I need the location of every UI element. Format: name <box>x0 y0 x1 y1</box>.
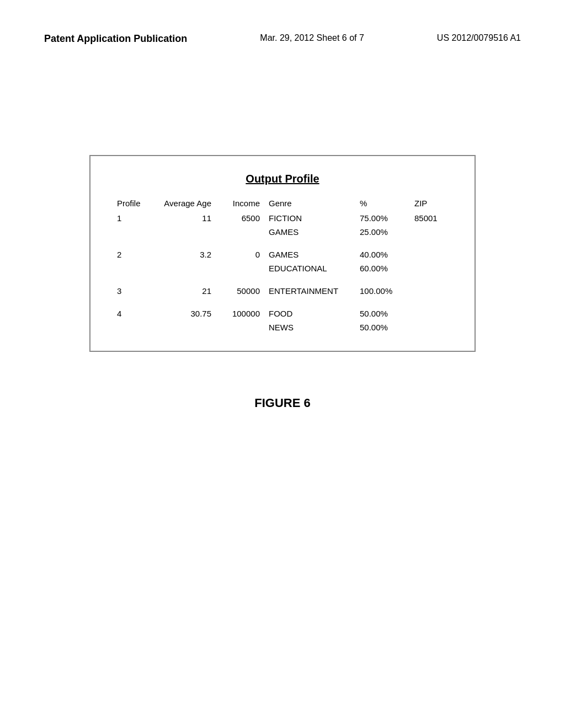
cell-pct: 60.00% <box>355 261 410 275</box>
cell-avg-age: 11 <box>155 211 216 239</box>
cell-pct: 75.00% <box>355 211 410 225</box>
col-header-genre: Genre <box>264 196 355 211</box>
cell-pct: 100.00% <box>355 284 410 298</box>
page-header: Patent Application Publication Mar. 29, … <box>44 33 521 45</box>
cell-avg-age: 21 <box>155 284 216 298</box>
output-profile-table: Output Profile Profile Average Age Incom… <box>89 155 476 352</box>
cell-zip <box>410 248 452 275</box>
table-spacer-row <box>113 275 452 284</box>
cell-profile: 1 <box>113 211 155 239</box>
table-row: 32150000ENTERTAINMENT100.00% <box>113 284 452 298</box>
cell-pct: 25.00% <box>355 225 410 239</box>
table-spacer-row <box>113 239 452 248</box>
table-header-row: Profile Average Age Income Genre % ZIP <box>113 196 452 211</box>
sheet-info: Mar. 29, 2012 Sheet 6 of 7 <box>260 33 364 43</box>
col-header-pct: % <box>355 196 410 211</box>
patent-number: US 2012/0079516 A1 <box>437 33 521 43</box>
col-header-income: Income <box>216 196 264 211</box>
table-row: 23.20GAMES40.00% <box>113 248 452 261</box>
col-header-profile: Profile <box>113 196 155 211</box>
cell-income: 6500 <box>216 211 264 239</box>
cell-avg-age: 3.2 <box>155 248 216 275</box>
cell-genre: EDUCATIONAL <box>264 261 355 275</box>
cell-profile: 2 <box>113 248 155 275</box>
cell-zip <box>410 284 452 298</box>
cell-genre: ENTERTAINMENT <box>264 284 355 298</box>
table-title: Output Profile <box>113 173 452 185</box>
cell-genre: FOOD <box>264 307 355 320</box>
cell-pct: 40.00% <box>355 248 410 261</box>
col-header-zip: ZIP <box>410 196 452 211</box>
main-content: Output Profile Profile Average Age Incom… <box>44 155 521 410</box>
table-row: 1116500FICTION75.00%85001 <box>113 211 452 225</box>
cell-zip <box>410 307 452 334</box>
cell-profile: 3 <box>113 284 155 298</box>
table-spacer-row <box>113 298 452 307</box>
cell-income: 100000 <box>216 307 264 334</box>
figure-caption: FIGURE 6 <box>254 396 310 410</box>
cell-income: 50000 <box>216 284 264 298</box>
cell-pct: 50.00% <box>355 307 410 320</box>
cell-profile: 4 <box>113 307 155 334</box>
profile-data-table: Profile Average Age Income Genre % ZIP 1… <box>113 196 452 334</box>
col-header-avg-age: Average Age <box>155 196 216 211</box>
cell-zip: 85001 <box>410 211 452 239</box>
table-row: 430.75100000FOOD50.00% <box>113 307 452 320</box>
cell-genre: GAMES <box>264 248 355 261</box>
cell-genre: GAMES <box>264 225 355 239</box>
cell-income: 0 <box>216 248 264 275</box>
page: Patent Application Publication Mar. 29, … <box>0 0 565 728</box>
cell-genre: NEWS <box>264 320 355 334</box>
cell-pct: 50.00% <box>355 320 410 334</box>
cell-avg-age: 30.75 <box>155 307 216 334</box>
cell-genre: FICTION <box>264 211 355 225</box>
publication-label: Patent Application Publication <box>44 33 187 45</box>
